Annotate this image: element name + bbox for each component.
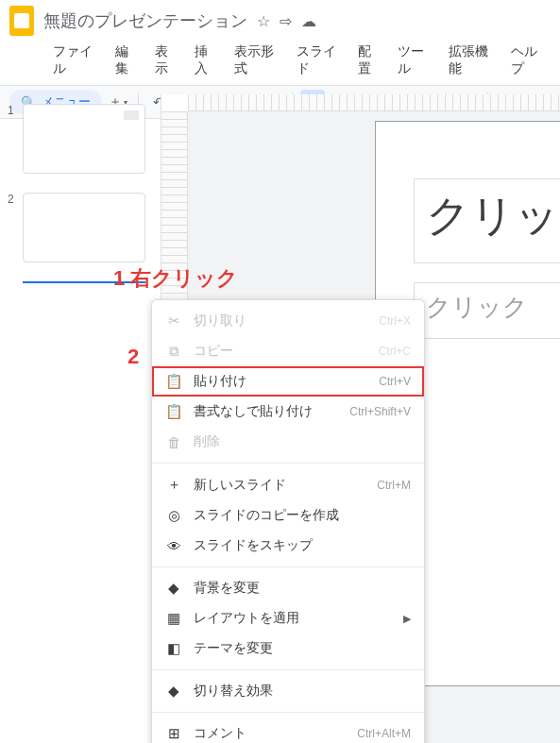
menu-view[interactable]: 表示 [149, 42, 183, 79]
context-menu-label: スライドのコピーを作成 [194, 507, 411, 524]
context-menu-shortcut: Ctrl+X [379, 314, 411, 328]
context-menu-icon: 🗑 [165, 434, 182, 450]
context-menu-icon: ⊞ [165, 725, 182, 742]
context-menu-icon: ◆ [165, 683, 182, 700]
context-menu-shortcut: Ctrl+M [377, 479, 411, 492]
menu-arrange[interactable]: 配置 [352, 42, 386, 79]
context-menu-separator [152, 566, 424, 567]
slides-logo-icon[interactable] [9, 6, 34, 36]
move-folder-icon[interactable]: ⇨ [280, 12, 292, 30]
context-menu-shortcut: Ctrl+V [379, 375, 411, 388]
context-menu-label: 削除 [194, 433, 411, 450]
context-menu-icon: ＋ [165, 476, 182, 494]
context-menu-icon: ✂ [165, 312, 182, 329]
slide-thumbnail[interactable] [23, 193, 145, 262]
menu-extensions[interactable]: 拡張機能 [443, 42, 500, 79]
menubar: ファイル 編集 表示 挿入 表示形式 スライド 配置 ツール 拡張機能 ヘルプ [9, 36, 551, 85]
context-menu-item[interactable]: 📋貼り付けCtrl+V [152, 366, 424, 397]
star-icon[interactable]: ☆ [257, 12, 270, 30]
context-menu-item: 🗑削除 [152, 427, 424, 457]
context-menu-item[interactable]: ＋新しいスライドCtrl+M [152, 469, 424, 500]
menu-edit[interactable]: 編集 [110, 42, 144, 79]
context-menu-label: 背景を変更 [194, 580, 411, 597]
context-menu: ✂切り取りCtrl+X⧉コピーCtrl+C📋貼り付けCtrl+V📋書式なしで貼り… [151, 299, 425, 743]
context-menu-label: 切り替え効果 [194, 683, 411, 700]
context-menu-shortcut: Ctrl+Shift+V [349, 405, 411, 418]
context-menu-label: 貼り付け [194, 373, 367, 390]
context-menu-item[interactable]: 👁スライドをスキップ [152, 531, 424, 561]
context-menu-label: レイアウトを適用 [194, 610, 392, 627]
context-menu-item: ✂切り取りCtrl+X [152, 306, 424, 336]
context-menu-item[interactable]: ⊞コメントCtrl+Alt+M [152, 718, 424, 743]
thumbnail-row[interactable]: 2 [8, 193, 153, 262]
thumbnail-panel: 1 2 [0, 94, 161, 743]
context-menu-icon: 📋 [165, 373, 182, 390]
context-menu-icon: 👁 [165, 538, 182, 554]
context-menu-icon: 📋 [165, 403, 182, 420]
context-menu-label: 切り取り [194, 312, 367, 329]
app-header: 無題のプレゼンテーション ☆ ⇨ ☁ ファイル 編集 表示 挿入 表示形式 スラ… [0, 0, 560, 85]
context-menu-icon: ⧉ [165, 343, 182, 360]
title-placeholder[interactable]: クリッ [414, 178, 560, 263]
menu-help[interactable]: ヘルプ [505, 42, 551, 79]
cloud-status-icon: ☁ [301, 12, 316, 30]
context-menu-item[interactable]: ◧テーマを変更 [152, 633, 424, 664]
context-menu-item[interactable]: ◆切り替え効果 [152, 676, 424, 706]
context-menu-item[interactable]: ◎スライドのコピーを作成 [152, 500, 424, 531]
context-menu-icon: ◆ [165, 580, 182, 597]
menu-insert[interactable]: 挿入 [189, 42, 223, 79]
context-menu-item[interactable]: ▦レイアウトを適用▶ [152, 603, 424, 633]
context-menu-label: 書式なしで貼り付け [194, 403, 338, 420]
menu-tools[interactable]: ツール [392, 42, 437, 79]
context-menu-icon: ◎ [165, 507, 182, 524]
context-menu-label: 新しいスライド [194, 477, 365, 494]
thumbnail-number: 2 [8, 193, 17, 206]
context-menu-separator [152, 669, 424, 670]
menu-format[interactable]: 表示形式 [229, 42, 285, 79]
insertion-indicator [23, 281, 145, 283]
context-menu-shortcut: Ctrl+Alt+M [357, 727, 411, 740]
context-menu-icon: ◧ [165, 640, 182, 657]
context-menu-label: テーマを変更 [194, 640, 411, 657]
chevron-right-icon: ▶ [403, 613, 411, 625]
context-menu-item[interactable]: ◆背景を変更 [152, 573, 424, 603]
subtitle-placeholder[interactable]: クリック [414, 282, 560, 339]
context-menu-label: コメント [194, 725, 346, 742]
menu-file[interactable]: ファイル [47, 42, 104, 79]
menu-slide[interactable]: スライド [291, 42, 348, 79]
document-title[interactable]: 無題のプレゼンテーション [43, 9, 247, 32]
thumbnail-number: 1 [8, 104, 17, 117]
context-menu-icon: ▦ [165, 610, 182, 627]
horizontal-ruler [188, 94, 560, 111]
slide-thumbnail[interactable] [23, 104, 145, 174]
context-menu-separator [152, 463, 424, 464]
context-menu-label: スライドをスキップ [194, 537, 411, 554]
context-menu-item[interactable]: 📋書式なしで貼り付けCtrl+Shift+V [152, 397, 424, 427]
slide-number-badge [124, 110, 139, 120]
context-menu-label: コピー [194, 343, 367, 360]
context-menu-item: ⧉コピーCtrl+C [152, 336, 424, 366]
context-menu-shortcut: Ctrl+C [379, 345, 411, 358]
thumbnail-row[interactable]: 1 [8, 104, 153, 174]
context-menu-separator [152, 712, 424, 713]
